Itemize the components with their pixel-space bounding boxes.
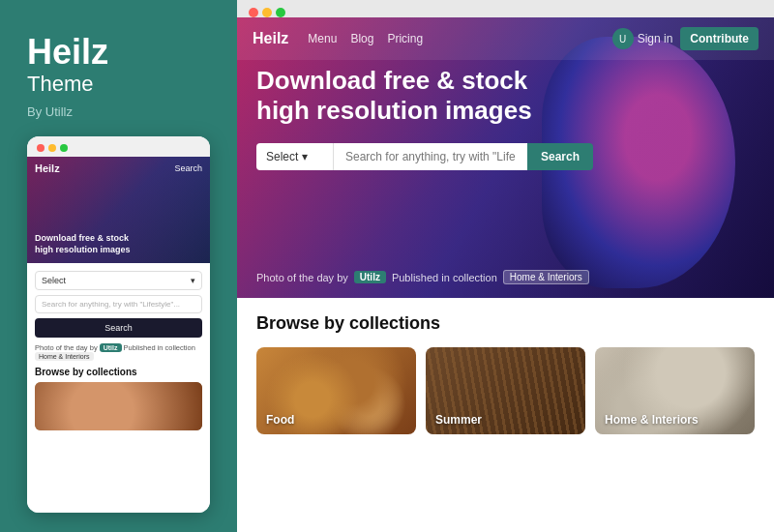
mobile-search-button[interactable]: Search	[35, 318, 202, 338]
collection-card-food[interactable]: Food	[256, 347, 416, 434]
nav-link-pricing[interactable]: Pricing	[387, 32, 423, 45]
mobile-select-dropdown[interactable]: Select ▾	[35, 271, 202, 290]
browser-dot-green[interactable]	[276, 8, 285, 17]
signin-button[interactable]: U Sign in	[612, 28, 673, 49]
site-nav-right: U Sign in Contribute	[612, 27, 759, 50]
site-published-label: Published in collection	[392, 272, 497, 283]
mobile-chevron-down-icon: ▾	[191, 276, 195, 285]
site-hero: Heilz Menu Blog Pricing U Sign in Contri…	[237, 17, 774, 298]
mobile-home-tag: Home & Interiors	[35, 352, 94, 361]
site-nav: Heilz Menu Blog Pricing U Sign in Contri…	[237, 17, 774, 60]
site-photo-day-prefix: Photo of the day by	[256, 272, 348, 283]
mobile-photo-day-mid: Published in collection	[124, 343, 195, 352]
left-panel: Heilz Theme By Utillz Heilz Search Downl…	[0, 0, 237, 532]
browse-title: Browse by collections	[256, 313, 755, 334]
mobile-food-overlay	[35, 382, 202, 430]
mobile-nav-search: Search	[174, 163, 202, 173]
collection-card-home-interiors[interactable]: Home & Interiors	[595, 347, 755, 434]
nav-link-menu[interactable]: Menu	[308, 32, 337, 45]
site-select-dropdown[interactable]: Select ▾	[256, 143, 334, 170]
mobile-body: Select ▾ Search for anything, try with "…	[27, 263, 210, 513]
food-label: Food	[266, 413, 294, 427]
signin-label: Sign in	[638, 32, 673, 45]
site-nav-links: Menu Blog Pricing	[308, 32, 423, 45]
mobile-collection-card[interactable]	[35, 382, 202, 430]
site-search-button[interactable]: Search	[527, 143, 593, 170]
browser-dots	[249, 8, 285, 17]
mobile-dot-red	[37, 144, 45, 152]
theme-subtitle: Theme	[27, 72, 210, 97]
site-photo-day: Photo of the day by Utilz Published in c…	[256, 270, 589, 284]
website-preview: Heilz Menu Blog Pricing U Sign in Contri…	[237, 17, 774, 532]
mobile-browse-title: Browse by collections	[35, 367, 202, 377]
mobile-search-input[interactable]: Search for anything, try with "Lifestyle…	[35, 295, 202, 313]
browser-dot-yellow[interactable]	[262, 8, 272, 17]
collection-card-summer[interactable]: Summer	[426, 347, 585, 434]
right-panel: Heilz Menu Blog Pricing U Sign in Contri…	[237, 0, 774, 532]
browser-chrome	[237, 0, 774, 17]
mobile-dot-green	[60, 144, 68, 152]
site-chevron-down-icon: ▾	[302, 150, 308, 163]
summer-label: Summer	[435, 413, 482, 427]
theme-title: Heilz	[27, 35, 210, 70]
mobile-dots	[27, 136, 210, 157]
mobile-hero-text: Download free & stockhigh resolution ima…	[35, 233, 131, 255]
mobile-mockup: Heilz Search Download free & stockhigh r…	[27, 136, 210, 513]
mobile-nav: Heilz Search	[35, 163, 202, 174]
site-search-input[interactable]	[334, 143, 527, 170]
browser-dot-red[interactable]	[249, 8, 258, 17]
site-home-interiors-tag: Home & Interiors	[503, 270, 589, 284]
mobile-select-label: Select	[42, 276, 66, 285]
site-hero-content: Download free & stockhigh resolution ima…	[256, 66, 593, 170]
mobile-photo-day-prefix: Photo of the day by	[35, 343, 98, 352]
theme-byline: By Utillz	[27, 104, 210, 119]
site-select-label: Select	[266, 150, 298, 163]
mobile-utilz-tag: Utilz	[100, 343, 122, 352]
collection-grid: Food Summer Home & Interiors	[256, 347, 755, 434]
site-nav-brand: Heilz	[253, 30, 288, 47]
site-hero-title: Download free & stockhigh resolution ima…	[256, 66, 593, 126]
user-avatar: U	[612, 28, 634, 49]
contribute-button[interactable]: Contribute	[680, 27, 759, 50]
nav-link-blog[interactable]: Blog	[350, 32, 373, 45]
site-utilz-tag: Utilz	[354, 271, 386, 283]
browse-section: Browse by collections Food Summer Home &…	[237, 298, 774, 444]
mobile-nav-brand: Heilz	[35, 163, 60, 174]
home-interiors-label: Home & Interiors	[605, 413, 699, 427]
mobile-hero: Heilz Search Download free & stockhigh r…	[27, 157, 210, 263]
mobile-photo-day: Photo of the day by Utilz Published in c…	[35, 343, 202, 361]
mobile-dot-yellow	[48, 144, 56, 152]
site-search-bar: Select ▾ Search	[256, 143, 593, 170]
